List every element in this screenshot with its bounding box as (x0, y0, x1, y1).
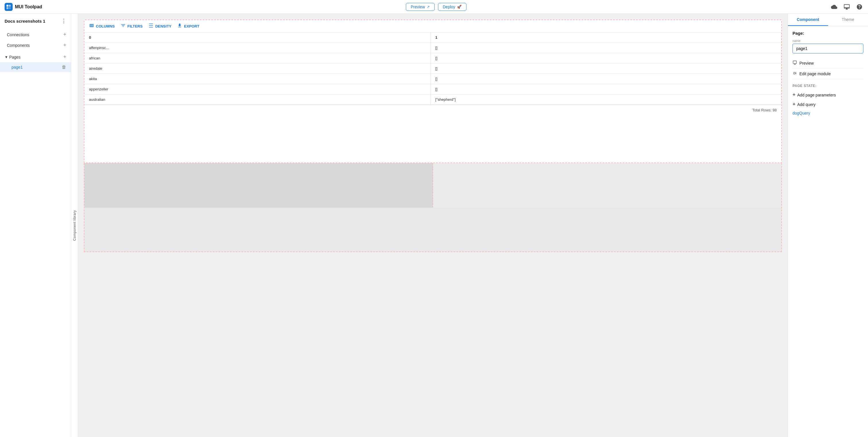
edit-page-module-link[interactable]: Edit page module (793, 69, 863, 79)
chevron-down-icon: ▼ (5, 55, 8, 59)
app-name: MUI Toolpad (15, 4, 42, 9)
tab-component[interactable]: Component (788, 14, 828, 26)
empty-right-half (433, 163, 781, 208)
preview-label: Preview (411, 5, 425, 9)
deploy-button[interactable]: Deploy 🚀 (438, 3, 467, 11)
name-field: name (793, 39, 863, 54)
preview-button[interactable]: Preview ↗ (406, 3, 435, 11)
component-library-tab[interactable]: Component library (71, 14, 78, 437)
svg-rect-4 (793, 61, 797, 63)
sidebar-pages-toggle[interactable]: ▼ Pages + (0, 52, 71, 62)
add-component-icon[interactable]: + (63, 42, 66, 48)
sidebar-item-connections[interactable]: Connections + (0, 29, 71, 40)
tab-theme-label: Theme (842, 17, 854, 22)
add-page-icon[interactable]: + (63, 54, 66, 60)
col-header-1: 1 (431, 32, 781, 43)
plus-icon-query: + (793, 101, 796, 107)
svg-rect-3 (9, 7, 11, 9)
table-cell-col0: airedale (84, 63, 431, 74)
preview-link-label: Preview (799, 61, 814, 65)
table-row: airedale[] (84, 63, 781, 74)
edit-page-module-label: Edit page module (799, 71, 831, 76)
right-panel-content: Page: name Preview Edit page module PAGE… (788, 26, 868, 122)
columns-label: COLUMNS (96, 24, 115, 28)
svg-rect-2 (7, 7, 9, 9)
add-query-button[interactable]: + Add query (793, 100, 815, 109)
table-cell-col1: [] (431, 63, 781, 74)
sidebar-project: Docs screenshots 1 ⋮ (0, 14, 71, 28)
col-header-0: 0 (84, 32, 431, 43)
table-row: affenpinsc...[] (84, 43, 781, 53)
table-cell-col1: [] (431, 53, 781, 63)
help-icon[interactable] (856, 3, 863, 11)
page1-label: page1 (11, 65, 23, 69)
table-row: australian["shepherd"] (84, 94, 781, 105)
table-cell-col0: african (84, 53, 431, 63)
logo-icon (5, 3, 12, 11)
table-row: akita[] (84, 74, 781, 84)
filters-button[interactable]: FILTERS (121, 23, 143, 29)
component-library-label: Component library (73, 210, 76, 241)
add-query-label: Add query (797, 102, 816, 107)
columns-button[interactable]: COLUMNS (89, 23, 115, 29)
code-icon (793, 71, 797, 77)
table-cell-col1: [] (431, 43, 781, 53)
sidebar-section-pages: ▼ Pages + page1 🗑 (0, 52, 71, 72)
density-button[interactable]: DENSITY (148, 23, 172, 29)
page-state-label: PAGE STATE: (793, 84, 863, 88)
dog-query-item[interactable]: dogQuery (793, 109, 863, 117)
density-label: DENSITY (155, 24, 172, 28)
table-cell-col1: [] (431, 84, 781, 94)
preview-link-icon (793, 60, 797, 66)
preview-icon: ↗ (427, 5, 430, 9)
connections-label: Connections (7, 32, 29, 37)
sidebar-section-connections: Connections + Components + (0, 28, 71, 52)
tab-theme[interactable]: Theme (828, 14, 868, 26)
columns-icon (89, 23, 94, 29)
sidebar-item-components[interactable]: Components + (0, 40, 71, 51)
name-label: name (793, 39, 863, 42)
datagrid-table: 0 1 affenpinsc...[]african[]airedale[]ak… (84, 32, 781, 105)
add-page-params-button[interactable]: + Add page parameters (793, 90, 836, 100)
table-cell-col0: akita (84, 74, 431, 84)
add-connection-icon[interactable]: + (63, 32, 66, 38)
right-panel: Component Theme Page: name Preview (787, 14, 868, 437)
table-body: affenpinsc...[]african[]airedale[]akita[… (84, 43, 781, 105)
density-icon (148, 23, 154, 29)
plus-icon-params: + (793, 92, 796, 98)
components-label: Components (7, 43, 30, 48)
table-header-row: 0 1 (84, 32, 781, 43)
project-name: Docs screenshots 1 (5, 19, 45, 24)
svg-rect-1 (9, 5, 11, 7)
sidebar: Docs screenshots 1 ⋮ Connections + Compo… (0, 14, 71, 437)
main-layout: Docs screenshots 1 ⋮ Connections + Compo… (0, 14, 868, 437)
table-cell-col0: australian (84, 94, 431, 105)
tab-component-label: Component (797, 17, 819, 22)
project-menu-icon[interactable]: ⋮ (61, 18, 66, 24)
filters-icon (121, 23, 126, 29)
app-logo[interactable]: MUI Toolpad (5, 3, 42, 11)
top-nav: MUI Toolpad Preview ↗ Deploy 🚀 (0, 0, 868, 14)
desktop-icon[interactable] (843, 3, 851, 11)
name-input[interactable] (793, 44, 863, 54)
canvas-area: COLUMNS FILTERS DENSITY (78, 14, 787, 437)
delete-page-icon[interactable]: 🗑 (62, 65, 66, 70)
datagrid-component[interactable]: COLUMNS FILTERS DENSITY (84, 20, 782, 163)
sidebar-item-page1[interactable]: page1 🗑 (0, 62, 71, 72)
page-section-title: Page: (793, 31, 863, 36)
deploy-label: Deploy (443, 5, 456, 9)
dog-query-label: dogQuery (793, 111, 810, 116)
export-button[interactable]: EXPORT (177, 23, 199, 29)
datagrid-thead: 0 1 (84, 32, 781, 43)
export-icon (177, 23, 182, 29)
preview-link[interactable]: Preview (793, 58, 863, 69)
cloud-icon[interactable] (830, 3, 838, 11)
export-label: EXPORT (184, 24, 199, 28)
table-row: african[] (84, 53, 781, 63)
table-cell-col0: appenzeller (84, 84, 431, 94)
svg-rect-0 (7, 5, 9, 7)
empty-left-half (84, 163, 433, 208)
table-row: appenzeller[] (84, 84, 781, 94)
table-cell-col0: affenpinsc... (84, 43, 431, 53)
add-page-params-label: Add page parameters (797, 93, 836, 97)
